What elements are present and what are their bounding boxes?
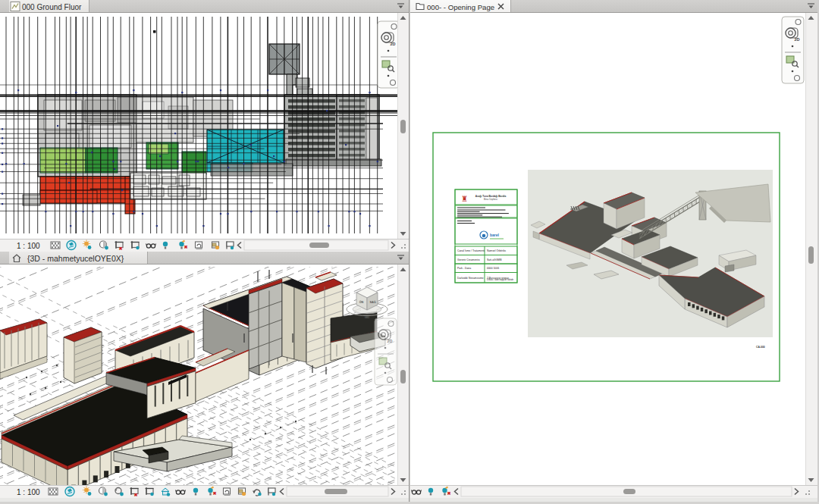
svg-text:Satt-aGGMB: Satt-aGGMB — [487, 258, 502, 261]
svg-text:0000 1006: 0000 1006 — [487, 267, 499, 270]
svg-text:Gerentı Creamentıs: Gerentı Creamentıs — [457, 258, 480, 261]
svg-text:♜: ♜ — [461, 195, 468, 203]
svg-text:2D: 2D — [795, 37, 800, 42]
svg-text:barel: barel — [490, 233, 500, 237]
svg-text:Bina Cephesi: Bina Cephesi — [484, 198, 497, 201]
svg-text:✖: ✖ — [447, 491, 450, 496]
svg-text:CA-000: CA-000 — [756, 346, 765, 349]
svg-text:0 Basc. Gder bqqsse fsdsde: 0 Basc. Gder bqqsse fsdsde — [487, 278, 514, 281]
svg-text:Darkeddı Streamıssme: Darkeddı Streamıssme — [457, 277, 484, 280]
svg-text:Park - Dana: Park - Dana — [457, 267, 471, 270]
svg-text:Namsel Örbitriks: Namsel Örbitriks — [487, 249, 506, 252]
svg-text:Canal İsme / Tratamentı: Canal İsme / Tratamentı — [457, 249, 485, 252]
